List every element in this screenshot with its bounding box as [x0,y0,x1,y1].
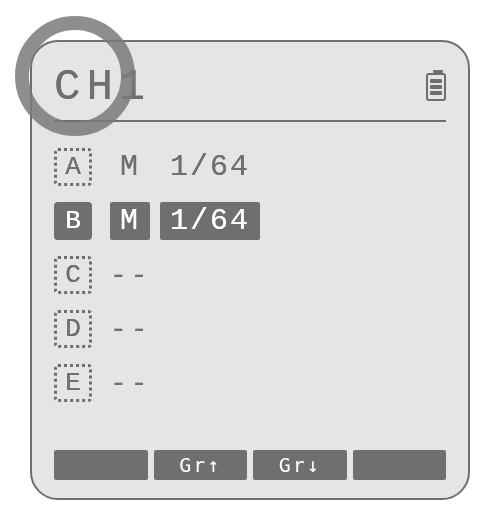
softkey-1[interactable] [54,450,148,480]
softkey-3-group-down[interactable]: Gr↓ [253,450,347,480]
header-bar: CH1 [54,62,446,122]
group-badge: E [54,364,92,402]
group-row-d[interactable]: D -- [54,302,446,356]
group-mode: M [110,202,150,240]
group-mode: M [110,148,150,186]
group-badge: D [54,310,92,348]
channel-title: CH1 [54,62,151,112]
group-row-c[interactable]: C -- [54,248,446,302]
group-row-e[interactable]: E -- [54,356,446,410]
group-values: M 1/64 [110,202,260,240]
group-values: M 1/64 [110,148,260,186]
softkey-4[interactable] [353,450,447,480]
softkey-2-group-up[interactable]: Gr↑ [154,450,248,480]
group-row-b[interactable]: B M 1/64 [54,194,446,248]
softkey-bar: Gr↑ Gr↓ [54,450,446,480]
group-badge: A [54,148,92,186]
group-empty: -- [110,314,152,345]
group-empty: -- [110,368,152,399]
group-empty: -- [110,260,152,291]
battery-icon [426,73,446,101]
device-screen: CH1 A M 1/64 B M 1/64 C [30,40,470,500]
group-ratio: 1/64 [160,148,260,186]
group-list: A M 1/64 B M 1/64 C -- D -- [54,140,446,410]
group-row-a[interactable]: A M 1/64 [54,140,446,194]
group-badge: C [54,256,92,294]
group-badge: B [54,202,92,240]
group-ratio: 1/64 [160,202,260,240]
